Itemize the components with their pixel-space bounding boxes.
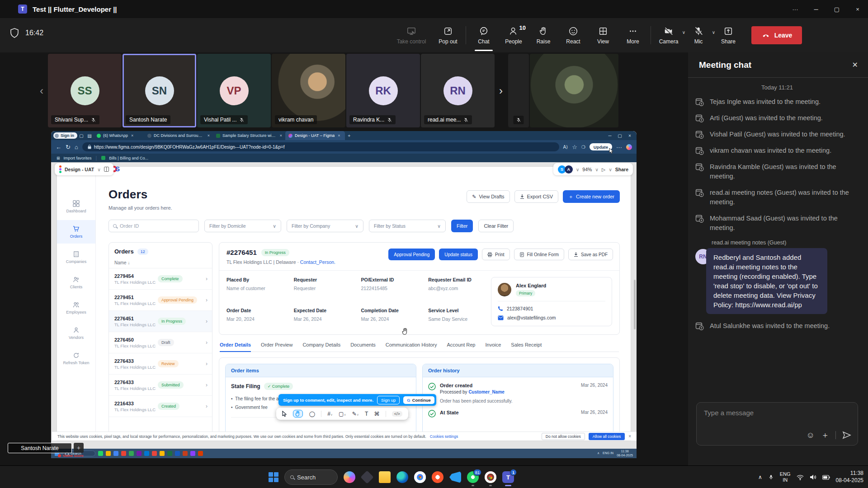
- language-indicator[interactable]: ENGIN: [780, 471, 791, 483]
- bookmark-import-favorites[interactable]: Import favorites: [64, 156, 92, 160]
- file-explorer-icon[interactable]: [379, 471, 391, 483]
- browser-tab[interactable]: Sample Salary Structure with calc×: [213, 131, 285, 140]
- view-button[interactable]: View: [588, 18, 618, 52]
- sidebar-item-clients[interactable]: Clients: [57, 271, 95, 294]
- presenter-add-icon[interactable]: ＋: [74, 443, 84, 453]
- present-icon[interactable]: ▷: [602, 167, 605, 172]
- workspaces-icon[interactable]: ▤: [85, 133, 94, 138]
- present-chevron-icon[interactable]: ∨: [609, 167, 612, 172]
- tab-actions-icon[interactable]: ▢: [77, 133, 85, 138]
- taskbar-clock[interactable]: 11:3808-04-2025: [836, 470, 863, 484]
- send-icon[interactable]: [842, 431, 851, 439]
- filter-domicile-select[interactable]: Filter by Domicile∨: [204, 220, 281, 232]
- filmstrip-right-chevron-icon[interactable]: ›: [495, 84, 507, 97]
- doc-menu-chevron-icon[interactable]: ∨: [97, 167, 101, 172]
- browser-tab[interactable]: DC Divisions and Surroundings×: [144, 131, 213, 140]
- figma-file-menu[interactable]: Design - UAT ∨: [55, 163, 113, 175]
- people-button[interactable]: 10 People: [499, 18, 528, 52]
- speaker-icon[interactable]: [810, 474, 816, 480]
- export-csv-button[interactable]: Export CSV: [514, 190, 558, 203]
- close-icon[interactable]: ×: [847, 0, 868, 18]
- tab-sales-receipt[interactable]: Sales Receipt: [511, 342, 542, 347]
- chrome-profile-icon[interactable]: [485, 471, 496, 483]
- chat-button[interactable]: Chat: [469, 18, 499, 52]
- participant-tile-video[interactable]: [530, 54, 618, 127]
- browser-tab[interactable]: (6) WhatsApp×: [94, 131, 144, 140]
- resources-tool-icon[interactable]: ⌘: [374, 411, 380, 417]
- emoji-icon[interactable]: ☺: [807, 431, 815, 440]
- minimize-icon[interactable]: ─: [806, 0, 826, 18]
- tab-documents[interactable]: Documents: [350, 342, 376, 347]
- order-row[interactable]: 2216433TL Flex Holdings LLC Created ›: [109, 396, 212, 417]
- text-tool-icon[interactable]: T: [365, 411, 368, 417]
- contact-email[interactable]: alex@vstatefilings.com: [507, 315, 556, 320]
- order-row-selected[interactable]: 2276451TL Flex Holdings LLC In Progress …: [109, 311, 212, 332]
- brave-icon[interactable]: [432, 471, 443, 483]
- edge-icon[interactable]: [396, 471, 408, 483]
- figma-share-button[interactable]: Share: [615, 167, 628, 172]
- filmstrip-left-chevron-icon[interactable]: ‹: [35, 84, 48, 97]
- sidebar-item-orders[interactable]: Orders: [57, 220, 95, 244]
- shape-tool-icon[interactable]: ▢∨: [339, 411, 346, 417]
- pen-tool-icon[interactable]: ✎∨: [352, 411, 359, 417]
- print-button[interactable]: Print: [482, 249, 510, 260]
- react-button[interactable]: React: [558, 18, 588, 52]
- cookie-settings-link[interactable]: Cookies settings: [430, 434, 458, 439]
- new-tab-icon[interactable]: ＋: [345, 132, 353, 139]
- customer-name-link[interactable]: Customer_Name: [468, 389, 504, 394]
- browser-close-icon[interactable]: ×: [626, 133, 634, 138]
- sidebar-item-refresh-token[interactable]: Refresh Token: [57, 347, 95, 370]
- refresh-icon[interactable]: ↻: [66, 144, 71, 150]
- frame-tool-icon[interactable]: #∨: [327, 411, 333, 417]
- copilot-taskbar-icon[interactable]: [344, 471, 355, 483]
- view-drafts-button[interactable]: ✎ View Drafts: [467, 190, 509, 203]
- home-icon[interactable]: ⌂: [75, 144, 78, 150]
- allow-cookies-button[interactable]: Allow all cookies: [589, 433, 625, 440]
- tray-mic-icon[interactable]: [768, 474, 774, 481]
- chat-close-icon[interactable]: ✕: [852, 61, 858, 69]
- chrome-icon[interactable]: [414, 471, 426, 483]
- tab-company-details[interactable]: Company Details: [302, 342, 340, 347]
- wifi-icon[interactable]: [797, 474, 804, 480]
- comment-tool-icon[interactable]: ◯: [309, 411, 315, 417]
- participant-tile[interactable]: SN Santosh Narate: [123, 54, 196, 127]
- order-row[interactable]: 2279451TL Flex Holdings LLC Approval Pen…: [109, 290, 212, 311]
- participant-tile-video[interactable]: vikram chavan: [272, 54, 345, 127]
- dev-mode-toggle-icon[interactable]: </>: [392, 411, 402, 417]
- bookmark-bills[interactable]: Bills | Billing and Co...: [109, 156, 148, 160]
- back-icon[interactable]: ←: [56, 144, 61, 150]
- collaborators-chevron-icon[interactable]: ∨: [576, 167, 580, 172]
- pages-panel-icon[interactable]: [104, 167, 109, 172]
- tab-account-rep[interactable]: Account Rep: [447, 342, 476, 347]
- tab-communication-history[interactable]: Communication History: [386, 342, 437, 347]
- read-aloud-icon[interactable]: A⟩: [563, 145, 568, 150]
- name-column-header[interactable]: Name ↓: [109, 258, 212, 268]
- raise-hand-button[interactable]: Raise: [528, 18, 558, 52]
- save-as-pdf-button[interactable]: Save as PDF: [568, 249, 613, 260]
- signup-button[interactable]: Sign up: [377, 396, 400, 404]
- update-status-button[interactable]: Update status: [439, 249, 478, 260]
- hand-tool-icon[interactable]: [293, 410, 303, 418]
- browser-tab-active[interactable]: Design - UAT – Figma×: [285, 131, 345, 140]
- leave-button[interactable]: Leave: [751, 26, 802, 44]
- fill-online-form-button[interactable]: Fill Online Form: [514, 249, 565, 260]
- tab-order-details[interactable]: Order Details: [220, 342, 251, 347]
- participant-tile[interactable]: VP Vishal Patil ...: [197, 54, 271, 127]
- clear-filter-button[interactable]: Clear Filter: [478, 220, 514, 232]
- sidebar-item-companies[interactable]: Companies: [57, 245, 95, 269]
- deny-cookies-button[interactable]: Do not allow cookies: [542, 433, 585, 440]
- order-row[interactable]: 2276450TL Flex Holdings LLC Draft ›: [109, 332, 212, 353]
- mic-button[interactable]: ∨ Mic: [684, 18, 713, 52]
- maximize-icon[interactable]: ▢: [826, 0, 847, 18]
- tab-close-icon[interactable]: ×: [131, 133, 133, 138]
- whatsapp-icon[interactable]: 81: [467, 471, 479, 483]
- order-row[interactable]: 2276433TL Flex Holdings LLC Submitted ›: [109, 375, 212, 396]
- more-button[interactable]: More: [618, 18, 648, 52]
- contact-phone[interactable]: 2123874901: [507, 306, 533, 311]
- sidebar-item-vendors[interactable]: Vendors: [57, 321, 95, 345]
- browser-essentials-icon[interactable]: ❍: [581, 145, 585, 150]
- zoom-chevron-icon[interactable]: ∨: [595, 167, 599, 172]
- vscode-icon[interactable]: [449, 471, 461, 483]
- tab-close-icon[interactable]: ×: [280, 133, 282, 138]
- order-id-search-input[interactable]: Order ID: [108, 220, 199, 232]
